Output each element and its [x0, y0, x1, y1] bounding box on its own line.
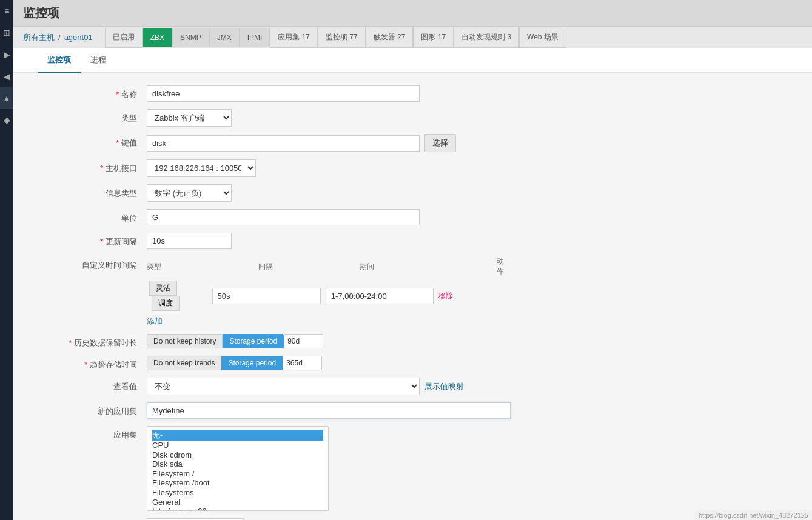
trends-do-not-keep-button[interactable]: Do not keep trends — [147, 356, 221, 370]
interval-input[interactable] — [212, 288, 321, 304]
tab-items[interactable]: 监控项 77 — [318, 27, 366, 48]
new-app-input[interactable] — [147, 402, 511, 419]
key-input[interactable] — [147, 135, 420, 152]
key-row: * 键值 选择 — [38, 134, 788, 152]
info-type-label: 信息类型 — [38, 184, 147, 199]
history-control: Do not keep history Storage period — [147, 334, 511, 348]
type-control: Zabbix 客户端 — [147, 109, 511, 127]
breadcrumb-all-hosts[interactable]: 所有主机 — [23, 32, 55, 43]
app-row: 应用集 无- CPU Disk cdrom Disk sda Filesyste… — [38, 426, 788, 511]
app-control: 无- CPU Disk cdrom Disk sda Filesystem / … — [147, 426, 511, 511]
tab-triggers[interactable]: 触发器 27 — [366, 27, 414, 48]
info-type-select[interactable]: 数字 (无正负) — [147, 184, 232, 202]
tab-jmx[interactable]: JMX — [209, 28, 240, 47]
value-map-label: 查看值 — [38, 378, 147, 392]
key-select-button[interactable]: 选择 — [424, 134, 456, 152]
update-interval-input[interactable] — [147, 233, 232, 249]
sub-tab-process[interactable]: 进程 — [81, 48, 116, 73]
history-storage-period-button[interactable]: Storage period — [223, 334, 284, 348]
interface-control: 192.168.226.164 : 10050 — [147, 159, 511, 177]
history-row: * 历史数据保留时长 Do not keep history Storage p… — [38, 334, 788, 348]
sidebar-icon-2[interactable]: ⊞ — [0, 22, 13, 44]
custom-intervals-row: 自定义时间间隔 类型 间隔 期间 动作 灵活 — [38, 256, 788, 327]
sub-tab-items[interactable]: 监控项 — [38, 48, 81, 73]
custom-intervals-table: 类型 间隔 期间 动作 灵活 调度 — [147, 256, 511, 312]
update-interval-label: * 更新间隔 — [38, 233, 147, 247]
trends-label: * 趋势存储时间 — [38, 356, 147, 370]
app-label: 应用集 — [38, 426, 147, 441]
new-app-row: 新的应用集 — [38, 402, 788, 419]
period-input[interactable] — [326, 288, 434, 304]
name-control — [147, 85, 511, 102]
remove-link[interactable]: 移除 — [438, 292, 453, 300]
breadcrumb-agent[interactable]: agent01 — [64, 33, 93, 42]
info-type-control: 数字 (无正负) — [147, 184, 511, 202]
name-row: * 名称 — [38, 85, 788, 102]
period-cell — [323, 279, 436, 312]
sidebar: ≡ ⊞ ▶ ◀ ▲ ◆ — [0, 0, 13, 520]
interval-cell — [210, 279, 323, 312]
value-map-select[interactable]: 不变 — [147, 378, 420, 395]
custom-intervals-label: 自定义时间间隔 — [38, 256, 147, 271]
value-map-control: 不变 展示值映射 — [147, 378, 511, 395]
tab-web[interactable]: Web 场景 — [519, 27, 566, 48]
new-app-control — [147, 402, 511, 419]
value-map-group: 不变 展示值映射 — [147, 378, 511, 395]
unit-control — [147, 209, 511, 225]
tab-snmp[interactable]: SNMP — [172, 28, 209, 47]
tab-discovery[interactable]: 自动发现规则 3 — [454, 27, 519, 48]
tab-appsets[interactable]: 应用集 17 — [270, 27, 318, 48]
sidebar-icon-1[interactable]: ≡ — [0, 0, 13, 22]
type-label: 类型 — [38, 109, 147, 124]
add-interval-link[interactable]: 添加 — [147, 316, 163, 327]
key-control: 选择 — [147, 134, 511, 152]
value-map-row: 查看值 不变 展示值映射 — [38, 378, 788, 395]
new-app-label: 新的应用集 — [38, 402, 147, 417]
sub-tabs-bar: 监控项 进程 — [13, 48, 812, 73]
sidebar-icon-5[interactable]: ▲ — [0, 87, 13, 109]
update-interval-control — [147, 233, 511, 249]
sidebar-icon-4[interactable]: ◀ — [0, 65, 13, 87]
app-listbox[interactable]: 无- CPU Disk cdrom Disk sda Filesystem / … — [147, 426, 329, 511]
main-content: * 名称 类型 Zabbix 客户端 * 键值 选择 — [13, 73, 812, 520]
trends-storage-period-button[interactable]: Storage period — [221, 356, 283, 370]
col-interval: 间隔 — [210, 256, 323, 279]
type-select[interactable]: Zabbix 客户端 — [147, 109, 232, 127]
interface-row: * 主机接口 192.168.226.164 : 10050 — [38, 159, 788, 177]
tab-zbx[interactable]: ZBX — [143, 28, 172, 47]
breadcrumb: 所有主机 / agent01 — [23, 32, 93, 43]
custom-intervals-control: 类型 间隔 期间 动作 灵活 调度 — [147, 256, 511, 327]
trends-control: Do not keep trends Storage period — [147, 356, 511, 370]
interface-label: * 主机接口 — [38, 159, 147, 174]
unit-label: 单位 — [38, 209, 147, 224]
value-map-link[interactable]: 展示值映射 — [424, 381, 464, 392]
url-bar: https://blog.csdn.net/wixin_43272125 — [695, 510, 812, 520]
col-type: 类型 — [147, 256, 210, 279]
name-input[interactable] — [147, 85, 420, 102]
type-row: 类型 Zabbix 客户端 — [38, 109, 788, 127]
sidebar-icon-6[interactable]: ◆ — [0, 109, 13, 131]
trends-row: * 趋势存储时间 Do not keep trends Storage peri… — [38, 356, 788, 370]
trends-value-input[interactable] — [283, 356, 322, 370]
tab-enabled[interactable]: 已启用 — [105, 27, 143, 48]
history-label: * 历史数据保留时长 — [38, 334, 147, 348]
tab-ipmi[interactable]: IPMI — [240, 28, 270, 47]
tab-graphs[interactable]: 图形 17 — [413, 27, 454, 48]
type-btns-cell: 灵活 调度 — [147, 279, 210, 312]
history-value-input[interactable] — [284, 334, 323, 348]
interface-select[interactable]: 192.168.226.164 : 10050 — [147, 159, 256, 177]
unit-row: 单位 — [38, 209, 788, 225]
history-do-not-keep-button[interactable]: Do not keep history — [147, 334, 223, 348]
scheduling-button[interactable]: 调度 — [152, 296, 180, 311]
name-label: * 名称 — [38, 85, 147, 100]
status-tabs: 已启用 ZBX SNMP JMX IPMI 应用集 17 监控项 77 触发器 … — [105, 27, 566, 48]
page-title: 监控项 — [23, 5, 59, 21]
trends-period-group: Do not keep trends Storage period — [147, 356, 511, 370]
sidebar-icon-3[interactable]: ▶ — [0, 44, 13, 65]
nav-tabs-bar: 所有主机 / agent01 已启用 ZBX SNMP JMX IPMI 应用集… — [13, 27, 812, 48]
breadcrumb-sep: / — [58, 33, 61, 42]
unit-input[interactable] — [147, 209, 420, 225]
col-action: 动作 — [436, 256, 511, 279]
flexible-button[interactable]: 灵活 — [149, 281, 177, 296]
col-period: 期间 — [323, 256, 436, 279]
